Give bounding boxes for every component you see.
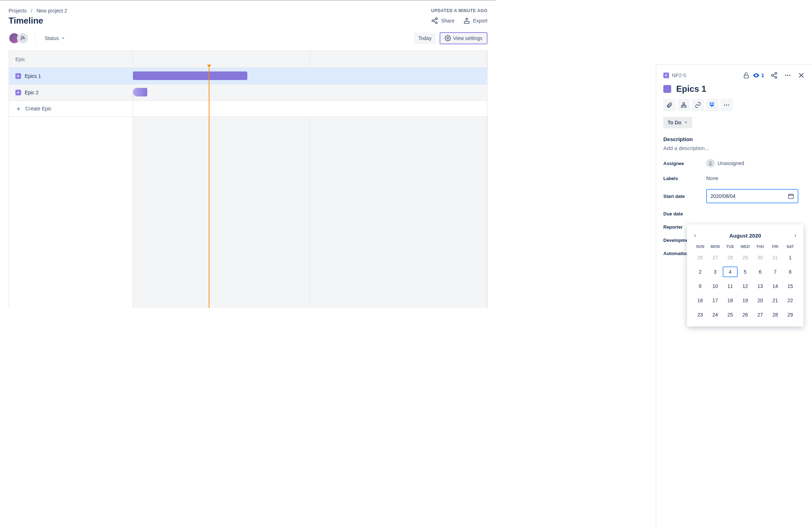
share-label: Share: [441, 18, 454, 24]
status-filter-label: Status: [45, 35, 59, 41]
chevron-down-icon: [61, 36, 65, 40]
svg-point-7: [447, 38, 449, 39]
view-settings-label: View settings: [453, 35, 482, 41]
epic-name: Epics 1: [25, 73, 41, 79]
add-user-avatar[interactable]: [17, 33, 29, 44]
svg-point-1: [432, 20, 434, 22]
share-button[interactable]: Share: [431, 17, 454, 24]
create-epic-label: Create Epic: [25, 106, 51, 111]
view-settings-button[interactable]: View settings: [440, 32, 487, 44]
today-line: [209, 68, 209, 308]
epic-icon: [15, 90, 21, 95]
status-filter[interactable]: Status: [42, 33, 68, 43]
breadcrumb-project[interactable]: New project 2: [36, 8, 67, 14]
add-user-icon: [20, 35, 26, 41]
updated-text: UPDATED A MINUTE AGO: [431, 8, 487, 13]
epic-icon: [15, 73, 21, 79]
epic-row[interactable]: Epic 2: [9, 84, 133, 100]
epic-header: Epic: [9, 51, 133, 68]
svg-point-2: [436, 22, 437, 24]
plus-icon: ＋: [15, 105, 22, 112]
breadcrumb-projects[interactable]: Projects: [9, 8, 27, 14]
svg-line-3: [434, 19, 436, 20]
export-label: Export: [473, 18, 487, 24]
page-title: Timeline: [9, 16, 43, 26]
epic-row[interactable]: Epics 1: [9, 68, 133, 84]
breadcrumb-row: Projects / New project 2 UPDATED A MINUT…: [9, 8, 487, 14]
svg-rect-5: [464, 21, 469, 24]
svg-point-0: [436, 18, 437, 20]
timeline-grid[interactable]: OCT NOV: [133, 51, 487, 308]
epic-bar-1[interactable]: [133, 71, 247, 80]
create-epic-button[interactable]: ＋ Create Epic: [9, 100, 133, 117]
avatar-group[interactable]: [9, 33, 29, 44]
svg-line-4: [434, 21, 436, 22]
epic-bar-2[interactable]: [133, 88, 147, 96]
timeline: Epic Epics 1 Epic 2 ＋ Create Epic OCT NO…: [9, 51, 487, 308]
today-button[interactable]: Today: [414, 33, 436, 44]
epic-list: Epic Epics 1 Epic 2 ＋ Create Epic: [9, 51, 133, 308]
export-button[interactable]: Export: [463, 17, 487, 24]
toolbar-sep: [35, 34, 35, 43]
breadcrumb-sep: /: [31, 8, 32, 14]
svg-point-6: [21, 36, 23, 38]
gear-icon: [445, 35, 451, 41]
epic-header-label: Epic: [15, 56, 25, 62]
share-icon: [431, 17, 438, 24]
breadcrumb: Projects / New project 2: [9, 8, 67, 14]
export-icon: [463, 17, 470, 24]
epic-name: Epic 2: [25, 90, 39, 95]
